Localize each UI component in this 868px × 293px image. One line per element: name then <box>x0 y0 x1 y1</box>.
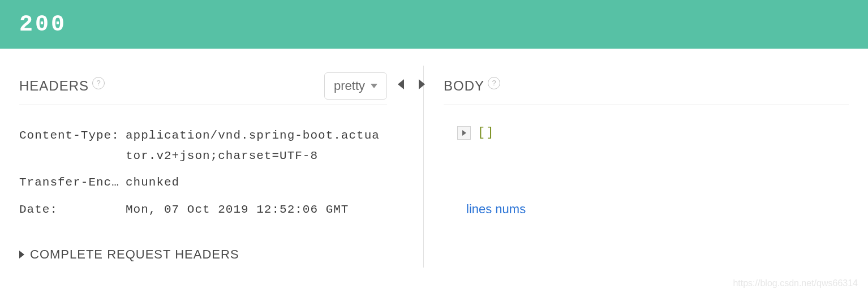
response-content: HEADERS ? pretty Content-Type: applicati… <box>0 49 868 262</box>
collapse-left-icon[interactable] <box>398 79 404 89</box>
header-value: application/vnd.spring-boot.actuator.v2+… <box>126 126 387 166</box>
body-content: [] lines nums <box>444 126 849 217</box>
pane-divider[interactable] <box>423 66 424 268</box>
header-key: Transfer-Enc… <box>19 173 126 193</box>
help-icon[interactable]: ? <box>92 77 105 89</box>
header-row: Transfer-Enc… chunked <box>19 173 387 193</box>
headers-title: HEADERS <box>19 78 89 94</box>
json-root-row: [] <box>457 126 849 140</box>
header-row: Date: Mon, 07 Oct 2019 12:52:06 GMT <box>19 200 387 220</box>
headers-section-header: HEADERS ? pretty <box>19 71 387 105</box>
status-bar: 200 <box>0 0 868 49</box>
status-code: 200 <box>19 12 67 37</box>
body-pane: BODY ? [] lines nums <box>404 71 849 262</box>
lines-nums-link[interactable]: lines nums <box>466 202 849 217</box>
headers-format-label: pretty <box>334 79 365 93</box>
complete-request-headers-toggle[interactable]: COMPLETE REQUEST HEADERS <box>19 247 387 262</box>
headers-title-wrap: HEADERS ? <box>19 78 105 94</box>
body-section-header: BODY ? <box>444 71 849 105</box>
header-value: Mon, 07 Oct 2019 12:52:06 GMT <box>126 200 387 220</box>
json-preview: [] <box>478 126 495 140</box>
header-value: chunked <box>126 173 387 193</box>
header-key: Content-Type: <box>19 126 126 166</box>
watermark: https://blog.csdn.net/qws66314 <box>733 278 858 288</box>
chevron-right-icon <box>462 130 466 136</box>
collapse-right-icon[interactable] <box>419 79 425 89</box>
headers-pane: HEADERS ? pretty Content-Type: applicati… <box>19 71 404 262</box>
body-title: BODY <box>444 78 484 94</box>
chevron-right-icon <box>19 251 24 258</box>
complete-headers-label: COMPLETE REQUEST HEADERS <box>30 247 239 262</box>
headers-format-select[interactable]: pretty <box>324 72 387 100</box>
help-icon[interactable]: ? <box>488 77 500 89</box>
header-row: Content-Type: application/vnd.spring-boo… <box>19 126 387 166</box>
body-title-wrap: BODY ? <box>444 78 500 94</box>
json-expand-button[interactable] <box>457 126 471 140</box>
header-key: Date: <box>19 200 126 220</box>
headers-table: Content-Type: application/vnd.spring-boo… <box>19 126 387 220</box>
chevron-down-icon <box>371 84 377 88</box>
